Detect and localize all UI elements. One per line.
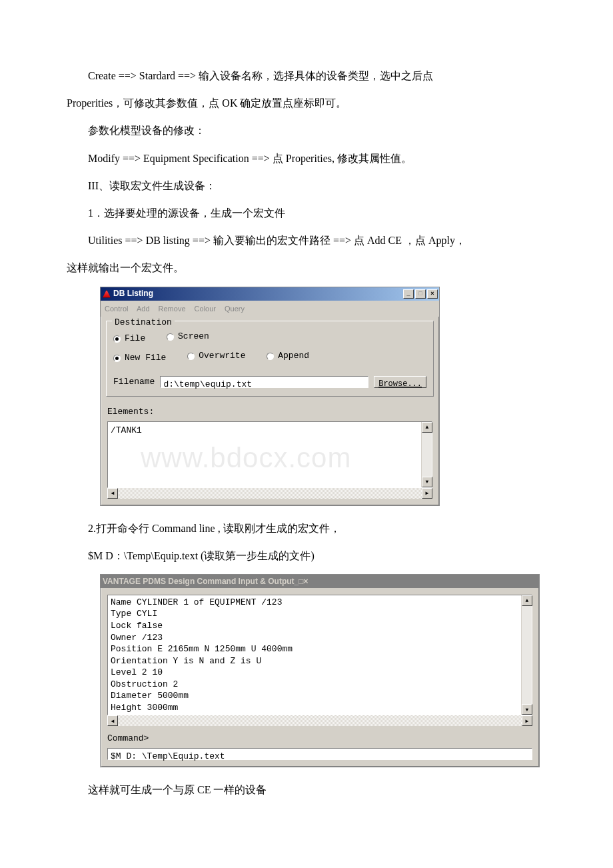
paragraph-6b: 这样就输出一个宏文件。 [67,259,546,277]
command-label: Command> [101,730,539,747]
paragraph-1a: Create ==> Stardard ==> 输入设备名称，选择具体的设备类型… [67,67,546,85]
output-textarea[interactable]: Name CYLINDER 1 of EQUIPMENT /123 Type C… [107,595,532,715]
scroll-up-icon[interactable]: ▲ [422,422,432,433]
menu-control[interactable]: Control [105,305,128,313]
list-item[interactable]: /TANK1 [108,422,421,487]
radio-append[interactable]: Append [267,349,309,363]
command-input[interactable]: $M D: \Temp\Equip.text [107,748,532,760]
titlebar[interactable]: VANTAGE PDMS Design Command Input & Outp… [101,575,539,588]
scroll-left-icon[interactable]: ◀ [107,715,118,726]
radio-screen[interactable]: Screen [167,329,209,344]
paragraph-9: 这样就可生成一个与原 CE 一样的设备 [67,781,546,799]
radio-overwrite[interactable]: Overwrite [187,349,245,363]
db-listing-dialog: DB Listing _ □ × Control Add Remove Colo… [100,287,440,506]
menu-remove[interactable]: Remove [159,305,186,313]
paragraph-7: 2.打开命令行 Command line , 读取刚才生成的宏文件， [67,519,546,537]
scroll-down-icon[interactable]: ▼ [522,704,532,715]
maximize-button[interactable]: □ [299,575,303,588]
window-title: VANTAGE PDMS Design Command Input & Outp… [103,575,295,588]
scroll-left-icon[interactable]: ◀ [107,488,118,499]
minimize-button[interactable]: _ [403,289,414,299]
filename-label: Filename [113,375,155,389]
minimize-button[interactable]: _ [295,575,299,588]
radio-file[interactable]: File [113,331,145,346]
menubar: Control Add Remove Colour Query [101,301,439,317]
app-icon [103,290,111,298]
menu-colour[interactable]: Colour [195,305,216,313]
horizontal-scrollbar[interactable]: ◀ ▶ [107,488,432,499]
radio-new-file[interactable]: New File [113,351,166,365]
menu-add[interactable]: Add [137,305,150,313]
close-button[interactable]: × [427,289,438,299]
paragraph-5: 1．选择要处理的源设备，生成一个宏文件 [67,204,546,222]
paragraph-3: Modify ==> Equipment Specification ==> 点… [67,149,546,167]
destination-group: Destination File Screen New File Overwri… [106,321,434,397]
scroll-right-icon[interactable]: ▶ [522,715,532,726]
vertical-scrollbar[interactable]: ▲ ▼ [421,422,432,487]
close-button[interactable]: × [303,575,308,588]
scroll-up-icon[interactable]: ▲ [522,595,532,606]
scroll-down-icon[interactable]: ▼ [422,477,432,487]
horizontal-scrollbar[interactable]: ◀ ▶ [107,715,532,726]
elements-listbox[interactable]: /TANK1 ▲ ▼ [107,421,432,488]
browse-button[interactable]: Browse... [374,376,426,388]
vertical-scrollbar[interactable]: ▲ ▼ [521,595,532,715]
elements-label: Elements: [101,403,439,421]
paragraph-1b: Properities，可修改其参数值，点 OK 确定放置点座标即可。 [67,94,546,112]
filename-input[interactable]: d:\temp\equip.txt [160,376,368,388]
window-title: DB Listing [113,287,402,300]
titlebar[interactable]: DB Listing _ □ × [101,287,439,301]
paragraph-8: $M D：\Temp\Equip.text (读取第一步生成的文件) [67,547,546,565]
paragraph-2: 参数化模型设备的修改： [67,121,546,139]
maximize-button[interactable]: □ [415,289,426,299]
destination-legend: Destination [112,315,175,330]
command-io-dialog: VANTAGE PDMS Design Command Input & Outp… [100,574,540,767]
menu-query[interactable]: Query [225,305,245,313]
scroll-right-icon[interactable]: ▶ [422,488,432,499]
paragraph-4: III、读取宏文件生成设备： [67,177,546,195]
paragraph-6a: Utilities ==> DB listing ==> 输入要输出的宏文件路径… [67,231,546,249]
